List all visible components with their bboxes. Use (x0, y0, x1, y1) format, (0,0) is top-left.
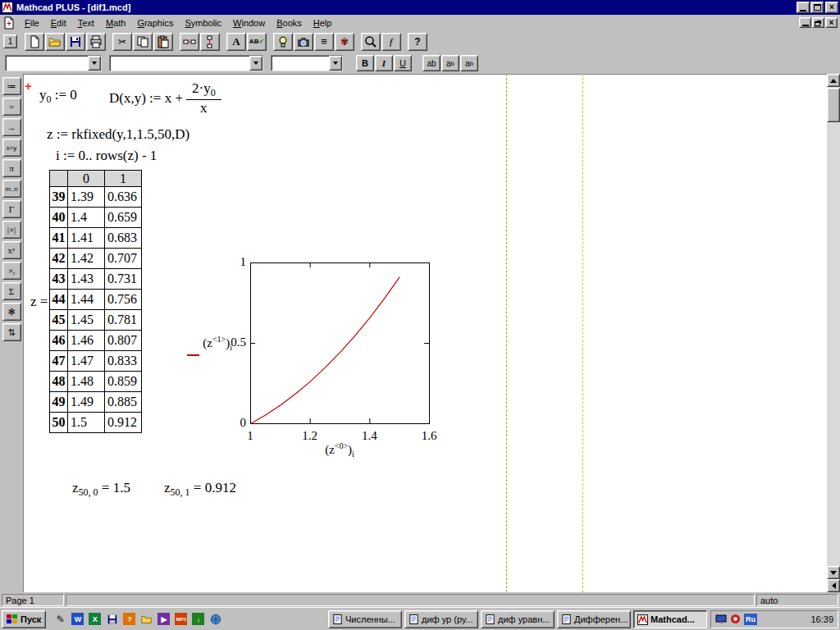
table-cell[interactable]: 1.47 (68, 351, 105, 372)
table-cell[interactable]: 0.659 (105, 208, 142, 228)
minimize-button[interactable] (797, 2, 810, 13)
text-style-button[interactable]: ab (422, 55, 441, 71)
region-y0-definition[interactable]: y0 := 0 (39, 87, 77, 106)
scroll-down-button[interactable] (827, 566, 840, 579)
italic-button[interactable]: I (375, 55, 393, 71)
quicklaunch-globe-icon[interactable] (208, 611, 223, 627)
quicksheets-button[interactable] (273, 33, 293, 51)
print-button[interactable] (86, 33, 106, 51)
table-cell[interactable]: 1.48 (68, 372, 105, 392)
table-cell[interactable]: 0.807 (105, 331, 142, 351)
table-cell[interactable]: 1.41 (68, 228, 105, 249)
quicklaunch-book-icon[interactable]: ? (121, 611, 137, 627)
child-minimize-button[interactable] (799, 17, 811, 28)
new-document-button[interactable] (25, 33, 44, 51)
table-cell[interactable]: 1.46 (68, 331, 105, 351)
menu-text[interactable]: Text (72, 16, 100, 30)
menu-graphics[interactable]: Graphics (131, 16, 179, 30)
palette-asterisk-button[interactable]: ✻ (2, 303, 21, 321)
underline-button[interactable]: U (394, 55, 412, 71)
table-cell[interactable]: 0.859 (105, 372, 142, 392)
palette-absolute-value-button[interactable]: |×| (2, 221, 21, 239)
quicklaunch-pen-icon[interactable]: ✎ (52, 611, 68, 627)
menu-edit[interactable]: Edit (45, 16, 72, 30)
align-across-button[interactable] (180, 33, 199, 51)
mathcad-app-icon[interactable] (2, 2, 13, 13)
dropdown-arrow-icon[interactable] (88, 56, 101, 71)
size-dropdown[interactable] (271, 55, 343, 71)
help-button[interactable]: ? (408, 33, 427, 51)
region-result-z50-1[interactable]: z50, 1 = 0.912 (164, 480, 236, 499)
menu-symbolic[interactable]: Symbolic (179, 16, 227, 30)
dropdown-arrow-icon[interactable] (249, 56, 262, 71)
palette-evaluation-button[interactable]: = (2, 98, 21, 116)
copy-button[interactable] (133, 33, 153, 51)
palette-power-button[interactable]: xʸ (2, 241, 21, 259)
table-cell[interactable]: 0.912 (105, 413, 142, 433)
tray-dialer-icon[interactable] (730, 614, 741, 625)
text-region-button[interactable]: A (226, 33, 246, 51)
palette-boolean-button[interactable]: x=y (2, 139, 21, 157)
xy-plot[interactable] (250, 262, 430, 424)
region-z-output-label[interactable]: z = (30, 294, 48, 310)
region-result-z50-0[interactable]: z50, 0 = 1.5 (72, 480, 130, 499)
table-cell[interactable]: 0.756 (105, 290, 142, 310)
table-cell[interactable]: 0.707 (105, 249, 142, 269)
quicklaunch-download-icon[interactable]: ↓ (190, 611, 206, 627)
child-close-button[interactable]: × (825, 17, 838, 28)
table-cell[interactable]: 1.49 (68, 392, 105, 413)
table-cell[interactable]: 1.42 (68, 249, 105, 269)
palette-updown-button[interactable]: ⇅ (2, 323, 21, 341)
palette-gamma-button[interactable]: Γ (2, 200, 21, 218)
menu-math[interactable]: Math (100, 16, 131, 30)
table-cell[interactable]: 1.39 (68, 187, 105, 208)
quicklaunch-mp3-icon[interactable]: MP3 (173, 611, 189, 627)
palette-subscript-button[interactable]: ×ᵢ (2, 262, 21, 280)
maximize-button[interactable] (810, 2, 824, 13)
align-down-button[interactable] (200, 33, 220, 51)
symbolic-menu-button[interactable]: ✾ (335, 33, 354, 51)
scrollbar-thumb[interactable] (827, 88, 840, 122)
menu-help[interactable]: Help (308, 16, 338, 30)
table-cell[interactable]: 0.683 (105, 228, 142, 249)
worksheet[interactable]: + y0 := 0 D(x,y) := x + 2·y0 x z := rkfi… (23, 74, 827, 592)
palette-definition-button[interactable]: ≔ (2, 77, 21, 95)
spell-check-button[interactable]: AB✓ (247, 33, 267, 51)
table-cell[interactable]: 1.45 (68, 310, 105, 331)
keyboard-layout-indicator[interactable]: Ru (744, 614, 757, 625)
quicklaunch-media-icon[interactable]: ▶ (156, 611, 171, 627)
quicklaunch-excel-icon[interactable]: X (87, 611, 103, 627)
taskbar-task-document[interactable]: диф ур (ру... (404, 610, 478, 628)
open-folder-button[interactable] (45, 33, 65, 51)
table-cell[interactable]: 1.44 (68, 290, 105, 310)
insert-function-button[interactable]: ƒ (381, 33, 401, 51)
menu-file[interactable]: File (19, 16, 45, 30)
paste-button[interactable] (153, 33, 173, 51)
close-button[interactable]: × (825, 2, 838, 13)
style-dropdown[interactable] (5, 55, 102, 71)
taskbar-task-document[interactable]: Численны... (328, 610, 402, 628)
z-output-table[interactable]: 01391.390.636401.40.659411.410.683421.42… (49, 170, 142, 433)
menu-window[interactable]: Window (227, 16, 271, 30)
document-icon[interactable] (2, 16, 16, 30)
dropdown-arrow-icon[interactable] (329, 56, 342, 71)
child-restore-button[interactable] (812, 17, 824, 28)
table-cell[interactable]: 0.781 (105, 310, 142, 331)
zoom-button[interactable] (361, 33, 381, 51)
palette-symbolic-arrow-button[interactable]: → (2, 118, 21, 136)
region-rkfixed-definition[interactable]: z := rkfixed(y,1,1.5,50,D) (47, 126, 189, 143)
cut-button[interactable]: ✂ (112, 33, 132, 51)
palette-range-button[interactable]: m..n (2, 180, 21, 198)
quicklaunch-word-icon[interactable]: W (70, 611, 85, 627)
palette-summation-button[interactable]: Σ (2, 282, 21, 300)
tray-monitor-icon[interactable] (715, 614, 727, 625)
start-button[interactable]: Пуск (2, 610, 46, 628)
subscript-button[interactable]: ab (441, 55, 459, 71)
quicklaunch-floppy-icon[interactable] (104, 611, 120, 627)
vertical-scrollbar[interactable] (827, 74, 840, 592)
table-cell[interactable]: 1.43 (68, 269, 105, 290)
justify-button[interactable]: ≡ (314, 33, 334, 51)
taskbar-task-mathcad[interactable]: Mathcad... (633, 610, 707, 628)
region-range-definition[interactable]: i := 0.. rows(z) - 1 (56, 148, 157, 164)
taskbar-task-document[interactable]: диф уравн... (481, 610, 555, 628)
